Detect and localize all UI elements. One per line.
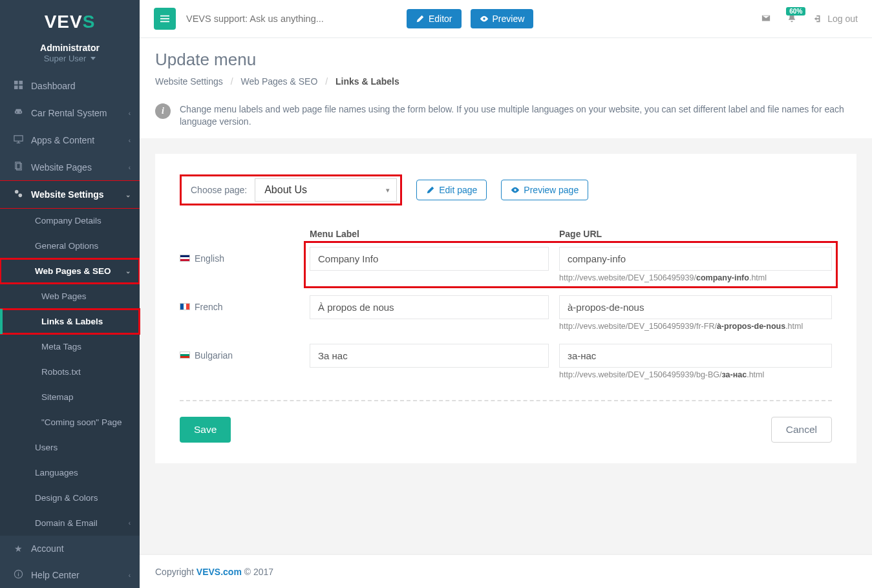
- info-icon: i: [155, 103, 171, 119]
- page-header: Update menu Website Settings / Web Pages…: [140, 38, 872, 96]
- gears-icon: [12, 189, 25, 200]
- logout-label: Log out: [827, 14, 858, 24]
- sidebar-item-company-details[interactable]: Company Details: [0, 208, 140, 233]
- chevron-left-icon: ‹: [129, 110, 131, 117]
- sidebar-item-sitemap[interactable]: Sitemap: [0, 384, 140, 410]
- sidebar-item-meta-tags[interactable]: Meta Tags: [0, 334, 140, 359]
- form-card: Choose page: About Us Edit page Preview …: [155, 154, 856, 463]
- notifications-icon[interactable]: 60%: [787, 14, 796, 25]
- page-url-input-bg[interactable]: [559, 344, 832, 368]
- sidebar-item-website-settings[interactable]: Website Settings⌄: [0, 181, 140, 208]
- chevron-left-icon: ‹: [129, 572, 131, 579]
- svg-rect-2: [14, 85, 17, 89]
- cancel-button[interactable]: Cancel: [771, 417, 832, 443]
- info-text: Change menu labels and web page file nam…: [180, 103, 856, 128]
- chevron-down-icon: ⌄: [125, 191, 131, 198]
- chevron-left-icon: ‹: [129, 164, 131, 171]
- sidebar-item-account[interactable]: ★Account: [0, 536, 140, 562]
- sidebar-item-domain-email[interactable]: Domain & Email‹: [0, 510, 140, 536]
- svg-rect-3: [19, 85, 23, 89]
- row-english-highlight: http://vevs.website/DEV_1506495939/compa…: [306, 243, 836, 286]
- logout-button[interactable]: Log out: [813, 14, 858, 24]
- sidebar-item-robots[interactable]: Robots.txt: [0, 359, 140, 384]
- progress-badge: 60%: [786, 7, 805, 16]
- sidebar-item-label: Web Pages & SEO: [35, 266, 111, 276]
- grid-icon: [12, 80, 25, 92]
- info-icon: [12, 569, 25, 581]
- user-level-dropdown[interactable]: Super User: [44, 54, 96, 63]
- sidebar-item-label: Help Center: [31, 570, 80, 580]
- sidebar-item-dashboard[interactable]: Dashboard: [0, 72, 140, 100]
- editor-button[interactable]: Editor: [407, 9, 462, 28]
- sidebar-item-links-labels[interactable]: Links & Labels: [0, 309, 140, 334]
- labels-table: Menu Label Page URL English http://vevs.…: [180, 229, 832, 379]
- divider: [180, 400, 832, 401]
- pages-icon: [12, 162, 25, 173]
- lang-bulgarian: Bulgarian: [180, 344, 299, 361]
- choose-page-select[interactable]: About Us: [255, 178, 397, 202]
- preview-page-button[interactable]: Preview page: [501, 180, 588, 200]
- sidebar-item-label: Dashboard: [31, 81, 76, 91]
- car-icon: [12, 107, 25, 119]
- menu-label-input-fr[interactable]: [310, 295, 549, 319]
- breadcrumb-item[interactable]: Web Pages & SEO: [240, 76, 317, 87]
- sidebar-item-website-pages[interactable]: Website Pages‹: [0, 154, 140, 181]
- sidebar-item-users[interactable]: Users: [0, 435, 140, 460]
- brand-accent: S: [83, 12, 96, 32]
- sidebar-item-coming-soon[interactable]: "Coming soon" Page: [0, 410, 140, 435]
- logout-icon: [813, 14, 822, 23]
- svg-rect-4: [14, 136, 22, 141]
- svg-rect-12: [160, 21, 169, 23]
- user-role: Administrator: [0, 43, 140, 53]
- sidebar-item-car-rental[interactable]: Car Rental System‹: [0, 100, 140, 127]
- sidebar-item-general-options[interactable]: General Options: [0, 233, 140, 258]
- eye-icon: [511, 185, 520, 194]
- footer-link[interactable]: VEVS.com: [197, 567, 242, 577]
- nav: Dashboard Car Rental System‹ Apps & Cont…: [0, 72, 140, 588]
- lang-english: English: [180, 247, 299, 264]
- sidebar-item-web-pages-seo[interactable]: Web Pages & SEO⌄: [0, 258, 140, 284]
- support-search-input[interactable]: [185, 10, 398, 28]
- sidebar-item-languages[interactable]: Languages: [0, 460, 140, 485]
- info-bar: i Change menu labels and web page file n…: [140, 96, 872, 138]
- svg-rect-0: [14, 81, 17, 85]
- user-block: Administrator Super User: [0, 40, 140, 72]
- menu-toggle-button[interactable]: [154, 8, 176, 30]
- chevron-down-icon: [90, 57, 96, 60]
- edit-page-button[interactable]: Edit page: [416, 180, 487, 200]
- chevron-down-icon: ⌄: [125, 268, 131, 275]
- star-icon: ★: [12, 543, 25, 554]
- sidebar: VEVS Administrator Super User Dashboard …: [0, 0, 140, 588]
- footer: Copyright VEVS.com © 2017: [140, 554, 872, 588]
- sidebar-item-web-pages[interactable]: Web Pages: [0, 284, 140, 309]
- flag-fr-icon: [180, 303, 190, 310]
- sidebar-item-label: Domain & Email: [35, 518, 98, 528]
- logo: VEVS: [0, 0, 140, 40]
- pencil-icon: [416, 14, 425, 23]
- svg-point-8: [18, 194, 22, 198]
- menu-label-input-en[interactable]: [310, 247, 549, 271]
- menu-label-input-bg[interactable]: [310, 344, 549, 368]
- url-hint-bg: http://vevs.website/DEV_1506495939/bg-BG…: [559, 370, 832, 379]
- sidebar-item-design[interactable]: Design & Colors: [0, 485, 140, 510]
- save-button[interactable]: Save: [180, 417, 231, 443]
- sidebar-item-label: Account: [31, 543, 64, 554]
- sidebar-item-help[interactable]: Help Center‹: [0, 562, 140, 588]
- mail-icon[interactable]: [761, 14, 771, 25]
- sidebar-item-label: Website Settings: [31, 189, 104, 200]
- main: Editor Preview 60% Log out Update menu W…: [140, 0, 872, 588]
- preview-button[interactable]: Preview: [471, 9, 534, 28]
- url-hint-fr: http://vevs.website/DEV_1506495939/fr-FR…: [559, 322, 832, 331]
- preview-label: Preview: [493, 14, 525, 24]
- chevron-left-icon: ‹: [129, 137, 131, 144]
- flag-gb-icon: [180, 255, 190, 262]
- svg-rect-10: [160, 16, 169, 17]
- sidebar-item-label: Apps & Content: [31, 135, 94, 145]
- monitor-icon: [12, 134, 25, 146]
- breadcrumb: Website Settings / Web Pages & SEO / Lin…: [155, 76, 856, 87]
- sidebar-item-apps[interactable]: Apps & Content‹: [0, 127, 140, 154]
- page-url-input-fr[interactable]: [559, 295, 832, 319]
- breadcrumb-item[interactable]: Website Settings: [155, 76, 223, 87]
- page-url-input-en[interactable]: [559, 247, 832, 271]
- topbar: Editor Preview 60% Log out: [140, 0, 872, 38]
